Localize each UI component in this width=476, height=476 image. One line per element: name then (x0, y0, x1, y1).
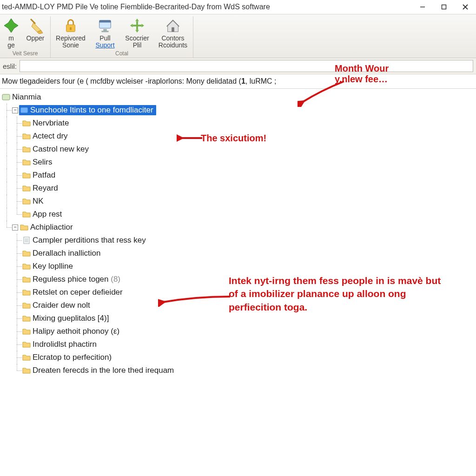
svg-marker-4 (4, 19, 18, 33)
tree-expander[interactable]: − (12, 225, 18, 231)
tree-item[interactable]: Actect dry (33, 132, 68, 141)
tree-node[interactable]: Sunchoole Itints to one fomdliaciter (19, 105, 156, 115)
tree-item[interactable]: Mixing gueplitalos [4)] (33, 314, 109, 323)
folder-icon (22, 211, 31, 218)
ribbon-btn-contors[interactable]: ContorsRcoidunts (155, 16, 191, 49)
arrows-icon (129, 17, 145, 34)
tree-node-label: Sunchoole Itints to one fomdliaciter (30, 106, 153, 115)
tree-node-label: Achipliactior (30, 223, 73, 232)
svg-rect-8 (99, 20, 111, 23)
green-plus-icon (3, 17, 20, 34)
window-titlebar: ted-AMMD-LOY PMD Pile Ve toline Fiemblid… (0, 0, 476, 14)
search-bar: eslil: (0, 58, 476, 74)
tree-item[interactable]: Patfad (33, 171, 55, 180)
tree-item[interactable]: Key loplline (33, 262, 73, 271)
tree-item[interactable]: Reguless phice togen (8) (33, 275, 120, 284)
file-icon (22, 237, 31, 244)
status-line: Mow tlegadeiders four (e ( mcfdby wcleis… (0, 74, 476, 89)
tree-item[interactable]: Dreaten ferecds in the lore thed irequam (33, 366, 174, 375)
svg-rect-12 (133, 25, 142, 26)
close-button[interactable] (455, 0, 476, 14)
ribbon-btn-scoorier[interactable]: ScocrierPlil (121, 16, 153, 49)
folder-icon (22, 276, 31, 283)
ribbon-group-cotal: RepivoredSonie PullSuport ScocrierPlil (51, 16, 193, 58)
folder-icon (22, 119, 31, 127)
folder-icon (22, 172, 31, 179)
folder-icon (22, 263, 31, 270)
svg-rect-15 (20, 107, 28, 113)
tree-item[interactable]: Selirs (33, 158, 53, 167)
tree-item[interactable]: Campler perditions that ress key (33, 236, 146, 245)
search-input[interactable] (20, 60, 473, 72)
svg-rect-10 (101, 31, 108, 32)
minimize-icon (420, 4, 425, 10)
lock-icon (62, 17, 79, 34)
folder-icon (22, 289, 31, 296)
folder-icon (22, 354, 31, 361)
minimize-button[interactable] (412, 0, 433, 14)
tree-item[interactable]: Craider dew nolt (33, 301, 90, 310)
tree-item[interactable]: NK (33, 197, 44, 206)
ribbon-btn-mge[interactable]: mge (2, 16, 20, 49)
close-icon (462, 4, 469, 10)
maximize-icon (441, 4, 447, 10)
broom-icon (27, 17, 44, 34)
tree-item[interactable]: Castrol new key (33, 145, 89, 154)
tree-item[interactable]: Nervbriate (33, 119, 69, 128)
tree-root-icon (2, 93, 10, 101)
window-title: ted-AMMD-LOY PMD Pile Ve toline Fiemblid… (2, 3, 412, 11)
tree-view[interactable]: Nianmia−Sunchoole Itints to one fomdliac… (0, 89, 476, 377)
ribbon-group-veitsesre: mge Opper Veit Sesre (0, 16, 51, 58)
ribbon-toolbar: mge Opper Veit Sesre RepivoredSonie (0, 14, 476, 58)
tree-item[interactable]: Indrolidlst phactirn (33, 340, 97, 349)
folder-icon (22, 145, 31, 153)
tree-item[interactable]: Elcratop to perfecition) (33, 353, 112, 362)
tree-expander[interactable]: − (12, 107, 18, 113)
ribbon-group-label: Veit Sesre (13, 50, 38, 57)
ribbon-btn-pull[interactable]: PullSuport (91, 16, 119, 49)
folder-icon (20, 224, 28, 231)
folder-icon (22, 367, 31, 374)
tree-item[interactable]: Derallach inalliction (33, 249, 100, 258)
ribbon-group-label: Cotal (115, 50, 128, 57)
svg-rect-14 (2, 94, 10, 100)
monitor-icon (97, 17, 113, 34)
ribbon-btn-repivored[interactable]: RepivoredSonie (53, 16, 89, 49)
tree-item[interactable]: App rest (33, 210, 62, 219)
search-label: eslil: (3, 62, 17, 70)
folder-icon (22, 315, 31, 322)
folder-icon (22, 328, 31, 335)
svg-rect-6 (70, 27, 72, 30)
svg-rect-9 (103, 29, 107, 31)
folder-icon (22, 302, 31, 309)
ribbon-btn-opper[interactable]: Opper (22, 16, 48, 49)
tree-item[interactable]: Reyard (33, 184, 58, 193)
svg-rect-1 (442, 5, 446, 9)
folder-icon (22, 185, 31, 192)
maximize-button[interactable] (433, 0, 455, 14)
folder-icon (22, 159, 31, 166)
tree-item[interactable]: Retslet on ceper defieider (33, 288, 123, 297)
tree-node[interactable]: Achipliactior (19, 222, 76, 232)
tree-root-label[interactable]: Nianmia (12, 93, 41, 102)
folder-icon (22, 132, 31, 140)
house-icon (165, 17, 181, 34)
tree-item[interactable]: Halipy aethoit phonoy (ε) (33, 327, 119, 336)
svg-rect-13 (172, 27, 174, 32)
tree-node-selected-icon (20, 106, 28, 114)
folder-icon (22, 341, 31, 348)
folder-icon (22, 250, 31, 257)
folder-icon (22, 198, 31, 205)
